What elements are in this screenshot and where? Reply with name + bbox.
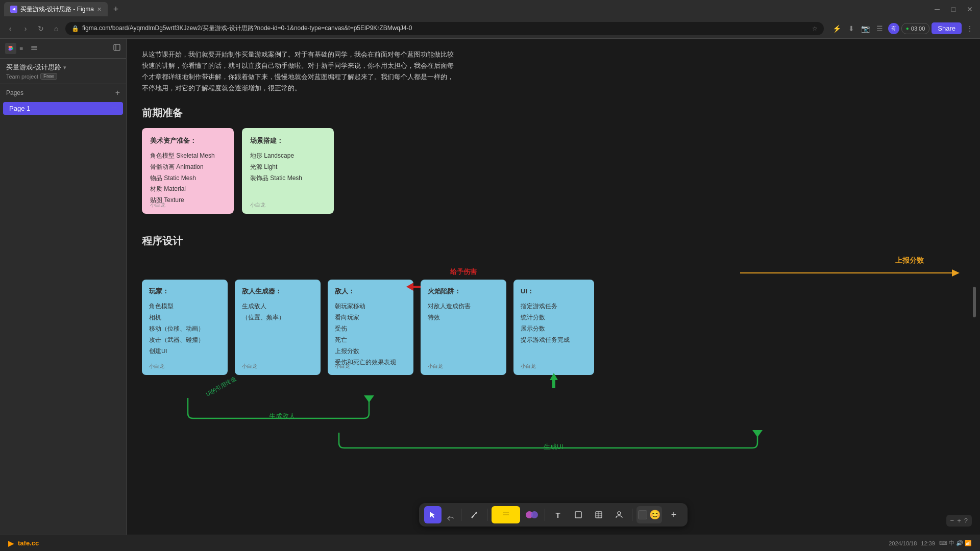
close-button[interactable]: ✕ xyxy=(964,3,976,15)
add-widget-button[interactable]: + xyxy=(665,506,682,523)
red-arrow-left xyxy=(406,282,422,292)
scene-setup-card: 场景搭建： 地形 Landscape 光源 Light 装饰品 Static M… xyxy=(242,128,334,214)
trap-footer: 小白龙 xyxy=(428,363,443,370)
sticker-panel-button[interactable]: 😊 xyxy=(636,506,662,523)
sticky-note-button[interactable] xyxy=(492,506,520,523)
text-tool-button[interactable]: T xyxy=(549,506,567,523)
art-assets-item-2: 骨骼动画 Animation xyxy=(150,162,226,173)
extensions-button[interactable]: ⚡ xyxy=(831,22,843,35)
trap-item-2: 特效 xyxy=(428,312,499,323)
emoji-sticker: 😊 xyxy=(649,509,660,520)
enemy-spawner-card: 敌人生成器： 生成敌人 （位置、频率） 小白龙 xyxy=(235,280,321,375)
timer-badge: ● 03:00 xyxy=(901,23,930,34)
project-sub: Team project Free xyxy=(6,73,120,80)
canvas[interactable]: 从这节课开始，我们就要开始制作买量游戏案例了。对于有基础的同学，我会在前面对每个… xyxy=(127,39,980,535)
shape-tool-button[interactable] xyxy=(523,506,541,523)
help-button[interactable]: ? xyxy=(964,517,968,524)
home-button[interactable]: ⌂ xyxy=(50,22,62,35)
refresh-button[interactable]: ↻ xyxy=(35,22,47,35)
avatar-tool-button[interactable] xyxy=(610,506,628,523)
scene-item-3: 装饰品 Static Mesh xyxy=(250,173,326,184)
new-tab-button[interactable]: + xyxy=(110,3,122,15)
player-item-1: 角色模型 xyxy=(149,301,220,312)
address-bar[interactable]: 🔒 figma.com/board/AyqmdlmDg5wrtf3KJzew2/… xyxy=(65,22,824,35)
sidebar-menu-text: ≡ xyxy=(19,45,23,52)
player-footer: 小白龙 xyxy=(149,363,164,370)
browser-titlebar: 买量游戏-设计思路 - Figma ✕ + ─ □ ✕ xyxy=(0,0,980,18)
screenshot-button[interactable]: 📷 xyxy=(860,22,872,35)
taskbar: ▶ tafe.cc 2024/10/18 12:39 ⌨ 中 🔊 📶 xyxy=(0,535,980,551)
svg-point-18 xyxy=(531,511,538,518)
svg-marker-7 xyxy=(952,269,960,277)
sidebar-item-page1[interactable]: Page 1 ⋯ xyxy=(3,102,123,115)
svg-marker-8 xyxy=(406,283,421,291)
address-text: figma.com/board/AyqmdlmDg5wrtf3KJzew2/买量… xyxy=(82,24,809,33)
tab-close-button[interactable]: ✕ xyxy=(97,6,102,13)
project-info: 买量游戏-设计思路 ▾ Team project Free xyxy=(0,59,126,84)
profile-download-button[interactable]: ⬇ xyxy=(845,22,857,35)
star-icon[interactable]: ☆ xyxy=(812,25,818,32)
ui-item-3: 展示分数 xyxy=(521,323,587,335)
profile-button[interactable]: 有 xyxy=(888,23,899,34)
bottom-toolbar: T xyxy=(419,503,688,527)
pen-tool-button[interactable] xyxy=(465,506,483,523)
collections-button[interactable]: ☰ xyxy=(874,22,886,35)
player-item-3: 移动（位移、动画） xyxy=(149,323,220,335)
svg-rect-4 xyxy=(114,44,120,51)
generate-enemy-label: 生成敌人 xyxy=(269,412,296,421)
maximize-button[interactable]: □ xyxy=(947,3,960,15)
program-section: 上报分数 xyxy=(142,256,965,452)
enemy-item-1: 朝玩家移动 xyxy=(335,301,406,312)
scene-setup-title: 场景搭建： xyxy=(250,136,326,145)
add-page-button[interactable]: + xyxy=(115,88,120,97)
sidebar: ≡ 买量游戏-设计思路 ▾ Team project Free xyxy=(0,39,127,535)
section1-heading: 前期准备 xyxy=(142,106,965,120)
enemy-card-title: 敌人： xyxy=(335,287,406,296)
flow-arrows-container: 生成敌人 xyxy=(142,395,965,426)
page1-more-icon[interactable]: ⋯ xyxy=(111,105,117,112)
art-assets-item-1: 角色模型 Skeletal Mesh xyxy=(150,151,226,162)
tab-favicon xyxy=(10,6,17,13)
sidebar-toggle-button[interactable] xyxy=(30,44,38,54)
svg-marker-9 xyxy=(550,373,558,388)
page1-label: Page 1 xyxy=(9,105,108,112)
player-item-2: 相机 xyxy=(149,312,220,323)
lock-icon: 🔒 xyxy=(71,25,79,32)
spawner-item-2: （位置、频率） xyxy=(242,312,313,323)
svg-rect-1 xyxy=(31,46,37,47)
tafe-logo-text: tafe.cc xyxy=(18,539,39,547)
select-tool-button[interactable] xyxy=(424,506,442,523)
cards-row-1: 美术资产准备： 角色模型 Skeletal Mesh 骨骼动画 Animatio… xyxy=(142,128,965,214)
report-score-label: 上报分数 xyxy=(895,256,924,265)
active-tab[interactable]: 买量游戏-设计思路 - Figma ✕ xyxy=(4,2,108,16)
browser-nav-icons: ⚡ ⬇ 📷 ☰ 有 ● 03:00 Share ⋮ xyxy=(831,22,976,35)
back-button[interactable]: ‹ xyxy=(4,22,16,35)
project-name: 买量游戏-设计思路 ▾ xyxy=(6,63,120,72)
frame-tool-button[interactable] xyxy=(570,506,587,523)
svg-rect-3 xyxy=(31,49,37,50)
sidebar-right-icon[interactable] xyxy=(113,43,121,54)
ui-item-1: 指定游戏任务 xyxy=(521,301,587,312)
zoom-plus-button[interactable]: + xyxy=(957,517,961,524)
minimize-button[interactable]: ─ xyxy=(931,3,943,15)
forward-button[interactable]: › xyxy=(19,22,32,35)
scene-footer: 小白龙 xyxy=(250,202,265,209)
svg-point-24 xyxy=(618,512,621,515)
system-tray-icons: ⌨ 中 🔊 📶 xyxy=(939,539,972,547)
art-assets-item-4: 材质 Material xyxy=(150,184,226,195)
canvas-inner: 从这节课开始，我们就要开始制作买量游戏案例了。对于有基础的同学，我会在前面对每个… xyxy=(127,39,980,535)
report-score-container: 上报分数 xyxy=(142,256,965,276)
spawner-card-title: 敌人生成器： xyxy=(242,287,313,296)
zoom-minus-button[interactable]: − xyxy=(950,517,954,524)
generate-ui-label: 生成UI xyxy=(142,442,965,452)
table-tool-button[interactable] xyxy=(590,506,607,523)
art-assets-title: 美术资产准备： xyxy=(150,136,226,145)
svg-point-13 xyxy=(476,512,477,514)
player-card: 玩家： 角色模型 相机 移动（位移、动画） 攻击（武器、碰撞） 创建UI 小白龙… xyxy=(142,280,228,375)
art-assets-item-3: 物品 Static Mesh xyxy=(150,173,226,184)
trap-item-1: 对敌人造成伤害 xyxy=(428,301,499,312)
enemy-item-3: 受伤 xyxy=(335,323,406,335)
browser-menu-button[interactable]: ⋮ xyxy=(964,22,976,35)
share-button[interactable]: Share xyxy=(932,22,962,34)
player-item-4: 攻击（武器、碰撞） xyxy=(149,335,220,346)
